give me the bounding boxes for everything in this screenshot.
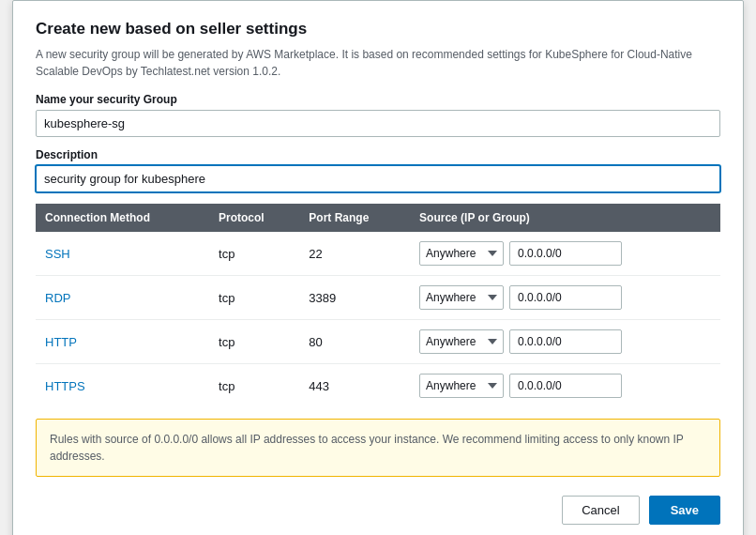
- save-button[interactable]: Save: [649, 496, 720, 525]
- security-group-name-input[interactable]: [36, 110, 720, 137]
- col-protocol: Protocol: [209, 204, 299, 232]
- description-label: Description: [36, 148, 720, 161]
- ip-input-https[interactable]: [509, 374, 622, 398]
- col-connection-method: Connection Method: [36, 204, 209, 232]
- col-source: Source (IP or Group): [410, 204, 720, 232]
- cell-source: AnywhereCustom: [410, 276, 720, 320]
- source-select-ssh[interactable]: AnywhereCustom: [419, 241, 504, 266]
- cell-protocol: tcp: [209, 232, 299, 276]
- cell-source: AnywhereCustom: [410, 320, 720, 364]
- ip-input-http[interactable]: [509, 329, 622, 354]
- cell-protocol: tcp: [209, 320, 299, 364]
- description-input[interactable]: [36, 165, 720, 192]
- cell-method: SSH: [36, 232, 209, 276]
- table-row: RDPtcp3389AnywhereCustom: [36, 276, 720, 320]
- cancel-button[interactable]: Cancel: [562, 496, 639, 525]
- cell-port: 22: [299, 232, 410, 276]
- cell-method: RDP: [36, 276, 209, 320]
- table-row: SSHtcp22AnywhereCustom: [36, 232, 720, 276]
- name-label: Name your security Group: [36, 93, 720, 106]
- create-security-group-dialog: Create new based on seller settings A ne…: [12, 0, 744, 535]
- cell-protocol: tcp: [209, 276, 299, 320]
- table-row: HTTPStcp443AnywhereCustom: [36, 364, 720, 408]
- ip-input-rdp[interactable]: [509, 285, 622, 310]
- warning-text: Rules with source of 0.0.0.0/0 allows al…: [50, 433, 684, 463]
- cell-method: HTTPS: [36, 364, 209, 408]
- source-select-http[interactable]: AnywhereCustom: [419, 329, 504, 354]
- ip-input-ssh[interactable]: [509, 241, 622, 266]
- cell-port: 3389: [299, 276, 410, 320]
- dialog-footer: Cancel Save: [36, 496, 720, 525]
- connection-rules-table: Connection Method Protocol Port Range So…: [36, 204, 720, 407]
- source-select-https[interactable]: AnywhereCustom: [419, 374, 504, 398]
- source-select-rdp[interactable]: AnywhereCustom: [419, 285, 504, 310]
- col-port-range: Port Range: [299, 204, 410, 232]
- dialog-description: A new security group will be generated b…: [36, 46, 720, 80]
- cell-port: 80: [299, 320, 410, 364]
- dialog-title: Create new based on seller settings: [36, 20, 720, 38]
- cell-source: AnywhereCustom: [410, 232, 720, 276]
- cell-source: AnywhereCustom: [410, 364, 720, 408]
- cell-port: 443: [299, 364, 410, 408]
- warning-box: Rules with source of 0.0.0.0/0 allows al…: [36, 419, 720, 477]
- cell-protocol: tcp: [209, 364, 299, 408]
- cell-method: HTTP: [36, 320, 209, 364]
- table-row: HTTPtcp80AnywhereCustom: [36, 320, 720, 364]
